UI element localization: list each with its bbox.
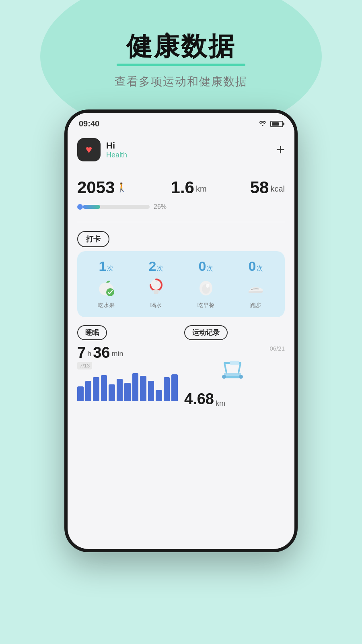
sleep-minutes: 36 — [93, 345, 110, 360]
wifi-icon — [258, 120, 267, 128]
sleep-tag[interactable]: 睡眠 — [77, 325, 107, 340]
checkin-count-water-area: 2 次 — [149, 259, 164, 273]
svg-rect-6 — [154, 291, 158, 294]
calories-unit: kcal — [270, 184, 285, 194]
checkin-count-water: 2 — [149, 259, 156, 273]
phone-frame: 09:40 ♥ — [64, 109, 298, 552]
phone-screen: 09:40 ♥ — [68, 113, 294, 549]
checkin-count-running-area: 0 次 — [249, 259, 263, 273]
distance-stat: 1.6 km — [171, 179, 207, 196]
steps-stat: 2053 🚶 — [77, 179, 127, 196]
progress-area: 26% — [77, 200, 285, 219]
distance-value: 1.6 — [171, 179, 194, 196]
app-logo-area: ♥ Hi Health — [77, 138, 127, 161]
checkin-grid: 1 次 吃水果 — [77, 251, 285, 317]
checkin-card-running[interactable]: 0 次 — [233, 259, 278, 309]
app-content: ♥ Hi Health + 2053 🚶 1.6 km — [68, 132, 294, 549]
svg-point-17 — [222, 375, 226, 379]
sleep-hours: 7 — [77, 345, 86, 360]
checkin-unit-fruit: 次 — [107, 264, 113, 273]
treadmill-icon — [218, 355, 251, 387]
svg-point-9 — [206, 284, 209, 288]
checkin-count-fruit: 1 — [99, 259, 107, 273]
checkin-unit-running: 次 — [257, 264, 263, 273]
app-name-area: Hi Health — [106, 140, 127, 159]
calories-stat: 58 kcal — [250, 179, 285, 196]
main-title: 健康数据 — [115, 32, 247, 60]
sleep-h-unit: h — [87, 350, 91, 358]
progress-label: 26% — [154, 203, 167, 211]
battery-fill — [272, 122, 279, 126]
sleep-bar — [124, 383, 131, 402]
fruit-icon — [95, 276, 117, 299]
checkin-count-fruit-area: 1 次 — [99, 259, 114, 273]
divider-1 — [77, 222, 285, 222]
checkin-unit-breakfast: 次 — [207, 264, 213, 273]
sleep-bar — [77, 386, 84, 401]
breakfast-icon — [195, 276, 217, 299]
svg-rect-16 — [230, 361, 239, 365]
exercise-section: 运动记录 06/21 — [184, 325, 285, 408]
water-icon — [145, 276, 167, 299]
sleep-bar — [156, 390, 162, 401]
app-icon: ♥ — [77, 138, 101, 161]
checkin-unit-water: 次 — [157, 264, 163, 273]
running-icon — [245, 276, 267, 299]
header-section: 健康数据 查看多项运动和健康数据 — [115, 0, 247, 89]
heart-icon: ♥ — [86, 143, 93, 156]
app-header: ♥ Hi Health + — [77, 132, 285, 171]
distance-unit: km — [196, 184, 207, 194]
checkin-count-running: 0 — [249, 259, 256, 273]
stats-section: 2053 🚶 1.6 km 58 kcal — [77, 171, 285, 200]
exercise-distance-area: 4.68 km — [184, 390, 285, 408]
calories-value: 58 — [250, 179, 269, 196]
sleep-data: 7 h 36 min — [77, 345, 178, 360]
exercise-date: 06/21 — [184, 345, 285, 352]
checkin-tag[interactable]: 打卡 — [77, 231, 109, 247]
sleep-bar — [132, 373, 139, 401]
svg-point-18 — [239, 375, 243, 379]
checkin-label-water: 喝水 — [150, 302, 162, 309]
sleep-bar — [109, 384, 115, 401]
exercise-distance: 4.68 — [184, 390, 214, 408]
sleep-bar — [148, 381, 154, 401]
progress-bar-fill — [83, 205, 100, 209]
sleep-bar — [93, 377, 99, 402]
progress-dot — [77, 204, 83, 210]
checkin-count-breakfast: 0 — [199, 259, 206, 273]
title-underline — [117, 64, 245, 66]
sleep-bar — [140, 376, 146, 401]
sleep-bar — [101, 375, 107, 401]
sleep-section: 睡眠 7 h 36 min 7/13 — [77, 325, 178, 408]
status-bar: 09:40 — [68, 113, 294, 132]
status-icons — [258, 120, 283, 128]
checkin-card-breakfast[interactable]: 0 次 吃早餐 — [183, 259, 228, 309]
checkin-card-fruit[interactable]: 1 次 吃水果 — [84, 259, 129, 309]
bottom-row: 睡眠 7 h 36 min 7/13 运动记录 — [77, 325, 285, 408]
svg-line-14 — [239, 363, 241, 373]
sleep-bar — [85, 381, 92, 401]
checkin-label-fruit: 吃水果 — [98, 302, 115, 309]
sleep-bar — [117, 379, 123, 401]
battery-icon — [270, 121, 283, 127]
sleep-min-unit: min — [111, 350, 123, 358]
app-health-text: Health — [106, 151, 127, 159]
checkin-card-water[interactable]: 2 次 — [134, 259, 179, 309]
sleep-bar — [171, 374, 178, 401]
status-time: 09:40 — [79, 119, 99, 128]
subtitle: 查看多项运动和健康数据 — [115, 74, 247, 89]
exercise-unit: km — [216, 399, 225, 408]
progress-bar-bg — [83, 205, 150, 209]
checkin-label-running: 跑步 — [250, 302, 261, 309]
sleep-bar — [164, 377, 170, 402]
checkin-count-breakfast-area: 0 次 — [199, 259, 214, 273]
svg-line-13 — [224, 363, 226, 373]
sleep-sub: 7/13 — [77, 362, 92, 369]
add-button[interactable]: + — [276, 141, 285, 158]
app-hi-text: Hi — [106, 140, 127, 151]
checkin-label-breakfast: 吃早餐 — [197, 302, 214, 309]
steps-icon: 🚶 — [116, 182, 127, 193]
exercise-tag[interactable]: 运动记录 — [184, 325, 228, 340]
steps-value: 2053 — [77, 179, 115, 196]
sleep-chart — [77, 373, 178, 401]
